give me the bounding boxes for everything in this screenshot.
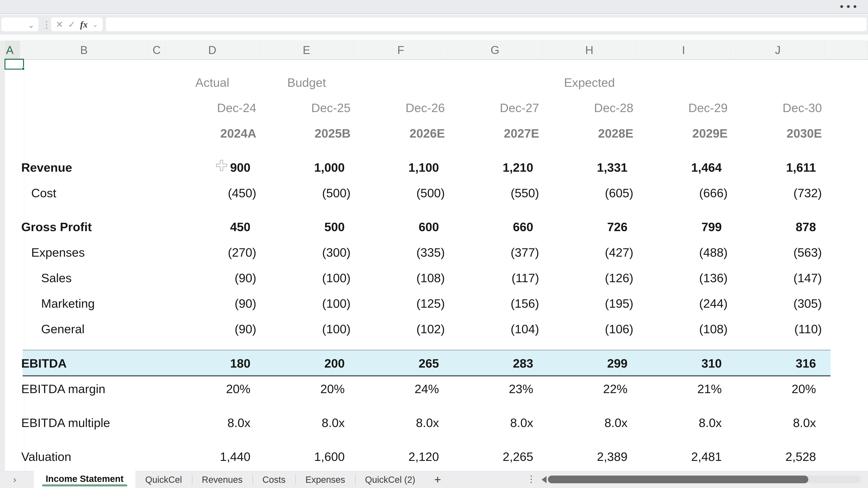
- cell[interactable]: (156): [448, 296, 542, 311]
- cell[interactable]: (305): [731, 296, 825, 311]
- cell[interactable]: (100): [259, 322, 354, 336]
- cell[interactable]: (108): [637, 322, 731, 336]
- cell[interactable]: 2,265: [448, 450, 542, 464]
- cell[interactable]: 500: [259, 220, 354, 234]
- cancel-icon[interactable]: ✕: [56, 19, 64, 30]
- row-label[interactable]: General: [20, 322, 165, 336]
- cell[interactable]: (90): [165, 271, 259, 285]
- column-header-e[interactable]: E: [259, 41, 354, 59]
- enter-icon[interactable]: ✓: [68, 19, 76, 30]
- cell[interactable]: (666): [637, 186, 731, 200]
- header-year-cell[interactable]: 2028E: [542, 126, 637, 140]
- cell[interactable]: (488): [637, 246, 731, 259]
- row-label[interactable]: EBITDA margin: [20, 382, 165, 396]
- cell[interactable]: (117): [448, 271, 542, 285]
- row-label[interactable]: EBITDA multiple: [20, 416, 165, 430]
- cell[interactable]: 600: [354, 220, 448, 234]
- tab-overflow-dots-icon[interactable]: ⋮: [527, 474, 536, 484]
- header-date-cell[interactable]: Dec-29: [637, 101, 731, 115]
- cell[interactable]: 180: [165, 356, 259, 370]
- row-label[interactable]: Expenses: [20, 246, 165, 259]
- tab-quickcel-2-[interactable]: QuickCel (2): [355, 471, 425, 488]
- header-year-cell[interactable]: 2030E: [731, 126, 825, 140]
- cell[interactable]: 8.0x: [354, 416, 448, 430]
- cell[interactable]: 20%: [165, 382, 259, 396]
- cell[interactable]: 1,000: [259, 160, 354, 174]
- cell[interactable]: 200: [259, 356, 354, 370]
- cell[interactable]: (732): [731, 186, 825, 200]
- cell[interactable]: (90): [165, 322, 259, 336]
- cell[interactable]: (550): [448, 186, 542, 200]
- tab-quickcel[interactable]: QuickCel: [135, 471, 192, 488]
- cell[interactable]: 799: [637, 220, 731, 234]
- cell[interactable]: (500): [354, 186, 448, 200]
- cell[interactable]: (100): [259, 271, 354, 285]
- horizontal-scrollbar-track[interactable]: [548, 476, 861, 483]
- cell[interactable]: (126): [542, 271, 637, 285]
- cell[interactable]: (104): [448, 322, 542, 336]
- row-label[interactable]: Valuation: [20, 450, 165, 464]
- cell[interactable]: 8.0x: [448, 416, 542, 430]
- header-date-cell[interactable]: Dec-27: [448, 101, 542, 115]
- column-header-f[interactable]: F: [354, 41, 448, 59]
- cell[interactable]: (450): [165, 186, 259, 200]
- header-year-cell[interactable]: 2024A: [165, 126, 259, 140]
- header-date-cell[interactable]: Dec-30: [731, 101, 825, 115]
- cell[interactable]: (427): [542, 246, 637, 259]
- cell[interactable]: 20%: [731, 382, 825, 396]
- cell[interactable]: 8.0x: [637, 416, 731, 430]
- column-header-c[interactable]: C: [148, 41, 165, 59]
- cell[interactable]: (125): [354, 296, 448, 311]
- cell[interactable]: (605): [542, 186, 637, 200]
- cell[interactable]: (335): [354, 246, 448, 259]
- row-label[interactable]: Marketing: [20, 296, 165, 311]
- horizontal-scrollbar-thumb[interactable]: [548, 476, 808, 483]
- name-box[interactable]: ⌄: [1, 18, 38, 31]
- cell[interactable]: (108): [354, 271, 448, 285]
- row-label[interactable]: Gross Profit: [20, 220, 165, 234]
- cell[interactable]: 310: [637, 356, 731, 370]
- cell[interactable]: (244): [637, 296, 731, 311]
- cell[interactable]: 23%: [448, 382, 542, 396]
- header-date-cell[interactable]: Dec-26: [354, 101, 448, 115]
- chevron-down-icon[interactable]: ⌄: [92, 21, 98, 29]
- insert-function-icon[interactable]: fx: [80, 19, 88, 30]
- cell[interactable]: 299: [542, 356, 637, 370]
- sheet-nav-chevron-icon[interactable]: ›: [13, 474, 16, 485]
- tab-costs[interactable]: Costs: [252, 471, 296, 488]
- cell[interactable]: (147): [731, 271, 825, 285]
- column-header-i[interactable]: I: [637, 41, 731, 59]
- cell[interactable]: (270): [165, 246, 259, 259]
- cell[interactable]: (195): [542, 296, 637, 311]
- header-year-cell[interactable]: 2027E: [448, 126, 542, 140]
- cell[interactable]: 2,481: [637, 450, 731, 464]
- cell[interactable]: 900: [165, 160, 259, 174]
- cell[interactable]: 2,528: [731, 450, 825, 464]
- header-date-cell[interactable]: Dec-24: [165, 101, 259, 115]
- column-header-g[interactable]: G: [448, 41, 542, 59]
- cell[interactable]: (136): [637, 271, 731, 285]
- row-label[interactable]: Revenue: [20, 160, 165, 174]
- column-header-b[interactable]: B: [20, 41, 148, 59]
- cell[interactable]: 283: [448, 356, 542, 370]
- cell[interactable]: 2,120: [354, 450, 448, 464]
- window-menu-ellipsis-icon[interactable]: •••: [840, 1, 860, 12]
- cell[interactable]: (500): [259, 186, 354, 200]
- cell[interactable]: (563): [731, 246, 825, 259]
- header-date-cell[interactable]: Dec-25: [259, 101, 354, 115]
- cell[interactable]: (106): [542, 322, 637, 336]
- cell[interactable]: 8.0x: [165, 416, 259, 430]
- cell[interactable]: 8.0x: [731, 416, 825, 430]
- cell[interactable]: 726: [542, 220, 637, 234]
- cell[interactable]: (100): [259, 296, 354, 311]
- header-year-cell[interactable]: 2029E: [637, 126, 731, 140]
- cell[interactable]: 1,210: [448, 160, 542, 174]
- cell[interactable]: 20%: [259, 382, 354, 396]
- row-label[interactable]: Cost: [20, 186, 165, 200]
- formula-input[interactable]: [106, 18, 867, 31]
- cell[interactable]: 1,440: [165, 450, 259, 464]
- header-date-cell[interactable]: Dec-28: [542, 101, 637, 115]
- cell[interactable]: (300): [259, 246, 354, 259]
- cell[interactable]: 1,611: [731, 160, 825, 174]
- tab-income-statement[interactable]: Income Statement: [34, 469, 135, 488]
